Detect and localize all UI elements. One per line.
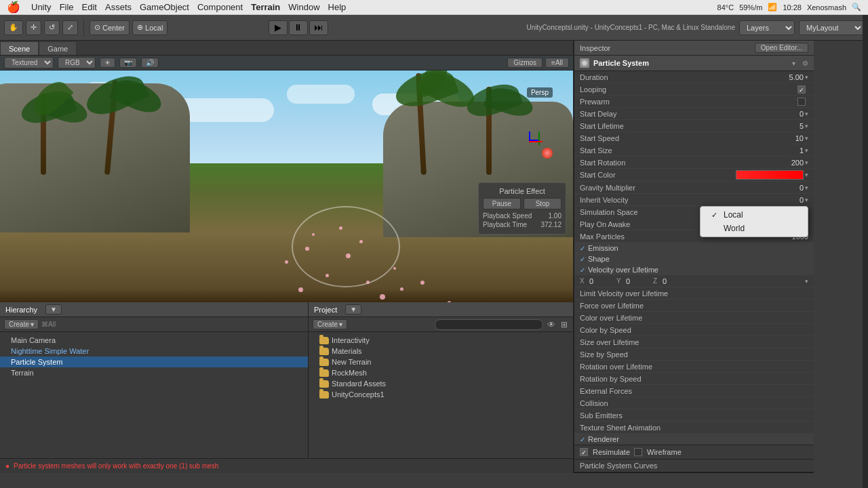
wireframe-checkbox[interactable] <box>634 448 642 456</box>
gizmos-btn[interactable]: Gizmos <box>507 58 542 68</box>
scene-canvas[interactable]: Persp Particle Effect Pause Stop Playbac… <box>0 70 573 302</box>
project-item-new-terrain[interactable]: New Terrain <box>309 357 573 367</box>
inherit-velocity-value[interactable]: 0 <box>763 196 804 204</box>
stop-particle-btn[interactable]: Stop <box>524 198 561 209</box>
pause-button[interactable]: ⏸ <box>289 20 308 35</box>
menu-window[interactable]: Window <box>288 2 319 12</box>
center-pivot-btn[interactable]: ⊙ Center <box>90 20 130 35</box>
wireframe-checkbox-label[interactable]: Wireframe <box>634 448 682 456</box>
ps-curves-area[interactable] <box>574 472 814 473</box>
project-item-standard-assets[interactable]: Standard Assets <box>309 378 573 389</box>
rotation-lifetime-row[interactable]: Rotation over Lifetime <box>574 361 814 373</box>
start-rotation-value[interactable]: 200 <box>763 159 804 167</box>
local-global-btn[interactable]: ⊕ Local <box>132 20 167 35</box>
hierarchy-tab[interactable]: Hierarchy <box>5 306 37 314</box>
move-tool[interactable]: ✛ <box>26 20 41 35</box>
looping-checkbox[interactable] <box>797 85 806 94</box>
project-item-materials[interactable]: Materials <box>309 346 573 357</box>
project-item-rockmesh[interactable]: RockMesh <box>309 367 573 378</box>
project-list: Interactivity Materials New Terrain Rock… <box>309 332 573 458</box>
menu-unity[interactable]: Unity <box>31 2 52 12</box>
ps-options-icon[interactable]: ⚙ <box>802 60 808 67</box>
project-eye-btn[interactable]: 👁 <box>546 320 557 329</box>
size-lifetime-row[interactable]: Size over Lifetime <box>574 336 814 348</box>
color-mode-select[interactable]: RGB <box>58 57 96 68</box>
layout-dropdown[interactable]: MyLayout <box>799 20 864 35</box>
menu-component[interactable]: Component <box>197 2 243 12</box>
hierarchy-item-main-camera[interactable]: Main Camera <box>0 335 308 346</box>
audio-icon-btn[interactable]: 🔊 <box>141 58 159 68</box>
hierarchy-item-particle-system[interactable]: Particle System <box>0 357 308 367</box>
camera-icon-btn[interactable]: 📷 <box>119 58 137 68</box>
texture-sheet-row[interactable]: Texture Sheet Animation <box>574 422 814 434</box>
collision-row[interactable]: Collision <box>574 397 814 409</box>
menu-assets[interactable]: Assets <box>105 2 132 12</box>
project-item-unity-concepts[interactable]: UnityConcepts1 <box>309 389 573 400</box>
sub-emitters-row[interactable]: Sub Emitters <box>574 409 814 422</box>
gravity-multiplier-value[interactable]: 0 <box>763 184 804 192</box>
all-layers-btn[interactable]: ≡All <box>545 58 569 68</box>
limit-velocity-row[interactable]: Limit Velocity over Lifetime <box>574 287 814 300</box>
resimulate-checkbox-label[interactable]: Resimulate <box>580 448 630 456</box>
hierarchy-item-terrain[interactable]: Terrain <box>0 367 308 378</box>
dropdown-option-local[interactable]: ✓ Local <box>701 208 808 222</box>
y-axis-value[interactable]: 0 <box>626 277 646 285</box>
renderer-section[interactable]: ✓ Renderer <box>574 434 814 445</box>
menu-help[interactable]: Help <box>328 2 347 12</box>
perspective-label: Persp <box>527 87 553 98</box>
size-speed-row[interactable]: Size by Speed <box>574 348 814 361</box>
prewarm-checkbox[interactable] <box>797 98 806 106</box>
ps-collapse-arrow[interactable]: ▾ <box>792 60 795 67</box>
pause-particle-btn[interactable]: Pause <box>483 198 521 209</box>
project-search-input[interactable] <box>435 319 543 330</box>
step-button[interactable]: ⏭ <box>309 20 328 35</box>
color-lifetime-row[interactable]: Color over Lifetime <box>574 312 814 324</box>
particle-dot-1 <box>285 260 288 264</box>
inspector-tab[interactable]: Inspector <box>580 44 610 52</box>
menu-terrain[interactable]: Terrain <box>251 2 280 12</box>
sun-icon-btn[interactable]: ☀ <box>100 58 115 68</box>
project-maximize-btn[interactable]: ▼ <box>345 304 361 314</box>
shape-section[interactable]: ✓ Shape <box>574 253 814 264</box>
search-icon[interactable]: 🔍 <box>852 3 861 12</box>
rotate-tool[interactable]: ↺ <box>44 20 60 35</box>
duration-value[interactable]: 5.00 <box>763 73 804 81</box>
project-grid-btn[interactable]: ⊞ <box>559 320 569 329</box>
dropdown-option-world[interactable]: World <box>701 222 808 235</box>
x-axis-value[interactable]: 0 <box>589 277 610 285</box>
open-editor-btn[interactable]: Open Editor... <box>755 43 808 53</box>
start-color-swatch[interactable] <box>736 170 804 180</box>
hand-tool[interactable]: ✋ <box>4 20 23 35</box>
display-mode-select[interactable]: Textured <box>4 57 54 68</box>
apple-menu-icon[interactable]: 🍎 <box>7 1 20 14</box>
tab-game[interactable]: Game <box>39 41 77 55</box>
velocity-lifetime-section[interactable]: ✓ Velocity over Lifetime <box>574 264 814 275</box>
menu-edit[interactable]: Edit <box>82 2 97 12</box>
emission-section[interactable]: ✓ Emission <box>574 243 814 253</box>
hierarchy-maximize-btn[interactable]: ▼ <box>45 304 62 314</box>
rotation-speed-row[interactable]: Rotation by Speed <box>574 373 814 385</box>
tab-scene[interactable]: Scene <box>0 41 39 55</box>
project-item-interactivity[interactable]: Interactivity <box>309 335 573 346</box>
start-lifetime-label: Start Lifetime <box>580 122 763 130</box>
force-lifetime-row[interactable]: Force over Lifetime <box>574 300 814 312</box>
hierarchy-item-nighttime-water[interactable]: Nighttime Simple Water <box>0 346 308 357</box>
play-button[interactable]: ▶ <box>269 20 288 35</box>
start-lifetime-value[interactable]: 5 <box>763 122 804 130</box>
scale-tool[interactable]: ⤢ <box>62 20 78 35</box>
menu-file[interactable]: File <box>60 2 74 12</box>
menu-gameobject[interactable]: GameObject <box>140 2 189 12</box>
z-axis-value[interactable]: 0 <box>663 277 804 285</box>
project-tab[interactable]: Project <box>314 306 337 314</box>
start-size-value[interactable]: 1 <box>763 146 804 155</box>
hierarchy-create-btn[interactable]: Create ▾ <box>4 319 39 329</box>
simulation-space-dropdown[interactable]: ✓ Local World <box>700 206 808 237</box>
external-forces-row[interactable]: External Forces <box>574 385 814 397</box>
layers-dropdown[interactable]: Layers <box>739 20 795 35</box>
project-create-btn[interactable]: Create ▾ <box>313 319 347 329</box>
color-speed-row[interactable]: Color by Speed <box>574 324 814 336</box>
start-color-arrow: ▾ <box>805 171 808 178</box>
resimulate-checkbox[interactable] <box>580 448 588 456</box>
start-speed-value[interactable]: 10 <box>763 134 804 142</box>
start-delay-value[interactable]: 0 <box>763 110 804 118</box>
